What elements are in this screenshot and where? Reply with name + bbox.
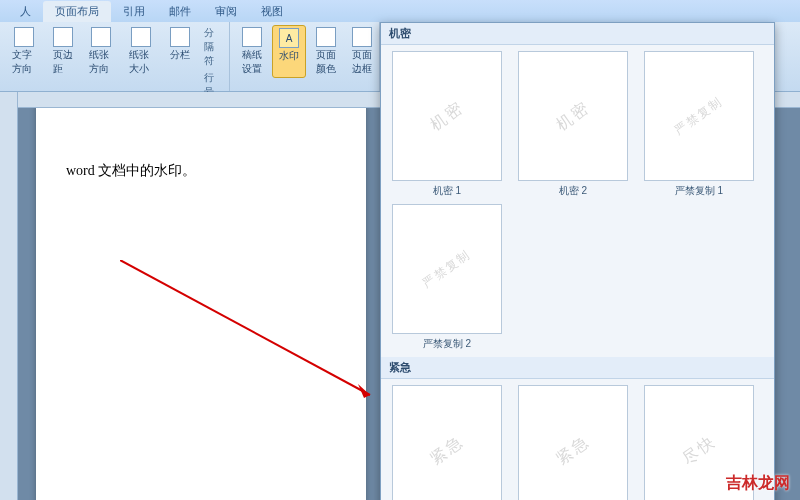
tab-references[interactable]: 引用 <box>111 1 157 22</box>
watermark-dropdown-panel: 机密 机密机密 1 机密机密 2 严禁复制严禁复制 1 严禁复制严禁复制 2 紧… <box>380 22 775 500</box>
page-color-icon <box>316 27 336 47</box>
watermark-item-confidential-2[interactable]: 机密机密 2 <box>513 51 633 198</box>
section-confidential-header: 机密 <box>381 23 774 45</box>
watermark-icon: A <box>279 28 299 48</box>
watermark-item-urgent-1[interactable]: 紧急紧急 1 <box>387 385 507 500</box>
tab-review[interactable]: 审阅 <box>203 1 249 22</box>
ruler-vertical[interactable] <box>0 92 18 500</box>
section-urgent-header: 紧急 <box>381 357 774 379</box>
document-text[interactable]: word 文档中的水印。 <box>66 162 336 180</box>
sheet-settings-button[interactable]: 稿纸设置 <box>236 25 268 78</box>
tab-insert[interactable]: 人 <box>8 1 43 22</box>
watermark-item-nocopy-2[interactable]: 严禁复制严禁复制 2 <box>387 204 507 351</box>
text-direction-icon <box>14 27 34 47</box>
ribbon-tabs: 人 页面布局 引用 邮件 审阅 视图 <box>0 0 800 22</box>
columns-icon <box>170 27 190 47</box>
orientation-icon <box>91 27 111 47</box>
tab-page-layout[interactable]: 页面布局 <box>43 1 111 22</box>
page-color-button[interactable]: 页面颜色 <box>310 25 342 78</box>
watermark-grid-confidential: 机密机密 1 机密机密 2 严禁复制严禁复制 1 严禁复制严禁复制 2 <box>381 45 774 357</box>
watermark-grid-urgent: 紧急紧急 1 紧急紧急 2 尽快尽快 <box>381 379 774 500</box>
size-icon <box>131 27 151 47</box>
watermark-item-urgent-2[interactable]: 紧急紧急 2 <box>513 385 633 500</box>
watermark-item-nocopy-1[interactable]: 严禁复制严禁复制 1 <box>639 51 759 198</box>
group-page-background: 稿纸设置 A水印 页面颜色 页面边框 <box>230 22 380 91</box>
sheet-icon <box>242 27 262 47</box>
margins-icon <box>53 27 73 47</box>
breaks-button[interactable]: 分隔符 <box>200 25 223 69</box>
page-border-icon <box>352 27 372 47</box>
group-page-setup: 文字方向 页边距 纸张方向 纸张大小 分栏 分隔符 行号 断字 页面设置 <box>0 22 230 91</box>
page-border-button[interactable]: 页面边框 <box>346 25 378 78</box>
tab-view[interactable]: 视图 <box>249 1 295 22</box>
watermark-item-confidential-1[interactable]: 机密机密 1 <box>387 51 507 198</box>
watermark-button[interactable]: A水印 <box>272 25 306 78</box>
tab-mailings[interactable]: 邮件 <box>157 1 203 22</box>
document-page[interactable]: word 文档中的水印。 <box>36 102 366 500</box>
site-watermark-logo: 吉林龙网 <box>726 473 790 494</box>
